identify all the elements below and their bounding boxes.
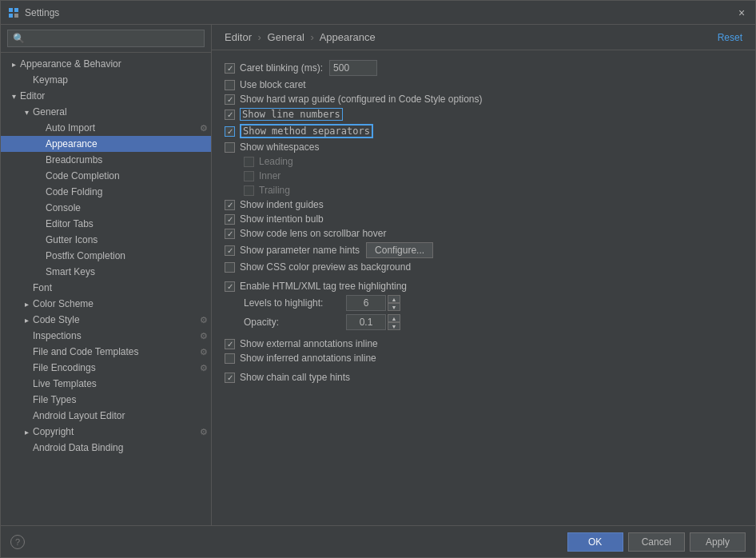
whitespaces-checkbox[interactable]: [225, 142, 235, 153]
sidebar-item-android-data-binding[interactable]: Android Data Binding: [1, 440, 211, 456]
checkbox-wrap: Show method separators: [225, 124, 373, 138]
css-color-checkbox[interactable]: [225, 262, 235, 273]
sidebar-item-general[interactable]: ▾ General: [1, 104, 211, 120]
block-caret-label: Use block caret: [240, 79, 306, 90]
sidebar-item-editor[interactable]: ▾ Editor: [1, 88, 211, 104]
caret-blinking-checkbox[interactable]: [225, 63, 235, 74]
method-separators-checkbox[interactable]: [225, 126, 235, 137]
sidebar-item-gutter-icons[interactable]: Gutter Icons: [1, 232, 211, 248]
spacer: [33, 169, 46, 182]
sidebar-item-appearance-behavior[interactable]: ▸ Appearance & Behavior: [1, 56, 211, 72]
sidebar-item-code-style[interactable]: ▸ Code Style ⚙: [1, 312, 211, 328]
levels-spinner: ▲ ▼: [346, 295, 400, 311]
hard-wrap-checkbox[interactable]: [225, 94, 235, 105]
cancel-button[interactable]: Cancel: [628, 532, 685, 552]
arrow-icon: ▾: [7, 90, 20, 102]
gear-icon: ⚙: [200, 331, 208, 341]
sidebar-tree: ▸ Appearance & Behavior Keymap ▾ Editor …: [1, 53, 211, 525]
inferred-annotations-checkbox[interactable]: [225, 353, 235, 364]
arrow-icon: ▾: [20, 106, 33, 118]
breadcrumb: Editor › General › Appearance: [225, 31, 376, 43]
spacer: [33, 265, 46, 278]
spacer: [33, 138, 46, 150]
sidebar-item-copyright[interactable]: ▸ Copyright ⚙: [1, 424, 211, 440]
sidebar: ▸ Appearance & Behavior Keymap ▾ Editor …: [1, 25, 212, 525]
sidebar-item-android-layout-editor[interactable]: Android Layout Editor: [1, 408, 211, 424]
param-hints-checkbox[interactable]: [225, 245, 235, 256]
configure-button[interactable]: Configure...: [366, 242, 433, 258]
inner-checkbox[interactable]: [244, 171, 254, 181]
spacer: [20, 74, 33, 86]
help-button[interactable]: ?: [10, 535, 25, 549]
breadcrumb-sep-1: ›: [258, 31, 261, 43]
gear-icon: ⚙: [200, 123, 208, 134]
spacer: [33, 153, 46, 166]
main-content: ▸ Appearance & Behavior Keymap ▾ Editor …: [1, 25, 755, 525]
levels-up-button[interactable]: ▲: [388, 295, 400, 303]
sidebar-item-console[interactable]: Console: [1, 200, 211, 216]
gear-icon: ⚙: [200, 363, 208, 373]
search-box: [1, 25, 211, 53]
sidebar-item-file-types[interactable]: File Types: [1, 392, 211, 408]
sidebar-item-label: Postfix Completion: [46, 250, 125, 261]
checkbox-wrap: Caret blinking (ms):: [225, 62, 323, 74]
sidebar-item-font[interactable]: Font: [1, 280, 211, 296]
html-xml-label: Enable HTML/XML tag tree highlighting: [240, 281, 407, 292]
spacer: [20, 281, 33, 294]
opacity-up-button[interactable]: ▲: [388, 314, 400, 322]
sidebar-item-inspections[interactable]: Inspections ⚙: [1, 328, 211, 344]
sidebar-item-label: Breadcrumbs: [46, 154, 102, 165]
checkbox-wrap: Show CSS color preview as background: [225, 261, 411, 273]
block-caret-checkbox[interactable]: [225, 80, 235, 90]
ok-button[interactable]: OK: [567, 532, 623, 552]
breadcrumb-part-2: General: [268, 31, 304, 43]
checkbox-wrap: Show parameter name hints: [225, 245, 360, 256]
intention-bulb-checkbox[interactable]: [225, 214, 235, 225]
sidebar-item-auto-import[interactable]: Auto Import ⚙: [1, 120, 211, 136]
external-annotations-checkbox[interactable]: [225, 339, 235, 349]
code-lens-checkbox[interactable]: [225, 229, 235, 239]
sidebar-item-postfix-completion[interactable]: Postfix Completion: [1, 248, 211, 264]
checkbox-wrap: Show inferred annotations inline: [225, 353, 376, 364]
sidebar-item-smart-keys[interactable]: Smart Keys: [1, 264, 211, 280]
caret-blinking-input[interactable]: [329, 60, 377, 76]
spacer: [20, 361, 33, 374]
hard-wrap-label: Show hard wrap guide (configured in Code…: [240, 94, 483, 105]
app-icon: [7, 6, 20, 19]
levels-input[interactable]: [346, 295, 386, 311]
trailing-checkbox[interactable]: [244, 185, 254, 196]
apply-button[interactable]: Apply: [690, 532, 746, 552]
levels-down-button[interactable]: ▼: [388, 303, 400, 311]
setting-intention-bulb: Show intention bulb: [225, 213, 742, 225]
sidebar-item-appearance[interactable]: Appearance: [1, 136, 211, 152]
sidebar-item-label: Smart Keys: [46, 266, 95, 277]
sidebar-item-code-completion[interactable]: Code Completion: [1, 168, 211, 184]
method-separators-label: Show method separators: [240, 124, 373, 138]
sidebar-item-file-code-templates[interactable]: File and Code Templates ⚙: [1, 344, 211, 360]
sidebar-item-file-encodings[interactable]: File Encodings ⚙: [1, 360, 211, 376]
close-button[interactable]: ×: [734, 6, 749, 20]
indent-guides-checkbox[interactable]: [225, 200, 235, 210]
setting-code-lens: Show code lens on scrollbar hover: [225, 228, 742, 239]
window-title: Settings: [25, 7, 734, 18]
sidebar-item-keymap[interactable]: Keymap: [1, 72, 211, 88]
spacer: [20, 377, 33, 390]
search-input[interactable]: [7, 30, 205, 47]
reset-link[interactable]: Reset: [718, 32, 742, 43]
checkbox-wrap: Show hard wrap guide (configured in Code…: [225, 94, 483, 105]
spacer: [33, 201, 46, 214]
sidebar-item-label: Appearance: [46, 138, 97, 149]
sidebar-item-live-templates[interactable]: Live Templates: [1, 376, 211, 392]
sidebar-item-color-scheme[interactable]: ▸ Color Scheme: [1, 296, 211, 312]
leading-checkbox[interactable]: [244, 157, 254, 167]
opacity-down-button[interactable]: ▼: [388, 322, 400, 330]
opacity-spinner: ▲ ▼: [346, 314, 400, 330]
html-xml-checkbox[interactable]: [225, 281, 235, 292]
chain-call-checkbox[interactable]: [225, 373, 235, 383]
line-numbers-checkbox[interactable]: [225, 110, 235, 120]
sidebar-item-code-folding[interactable]: Code Folding: [1, 184, 211, 200]
svg-rect-2: [9, 14, 13, 18]
sidebar-item-editor-tabs[interactable]: Editor Tabs: [1, 216, 211, 232]
sidebar-item-breadcrumbs[interactable]: Breadcrumbs: [1, 152, 211, 168]
opacity-input[interactable]: [346, 314, 386, 330]
